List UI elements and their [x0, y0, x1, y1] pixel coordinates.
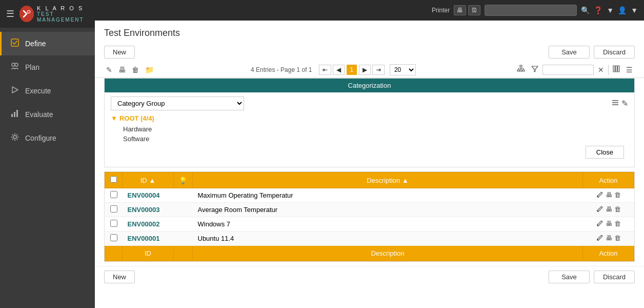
tree-root-label: ROOT (4/4) [119, 114, 154, 122]
hierarchy-icon[interactable] [515, 64, 527, 75]
sidebar-item-define[interactable]: Define [0, 32, 95, 55]
table-row: ENV00001 Ubuntu 11.4 🖶 🗑 [105, 232, 634, 246]
current-page-btn[interactable]: 1 [347, 65, 357, 75]
edit-grid-icon[interactable]: ✎ [104, 65, 114, 75]
row-checkbox-0[interactable] [110, 191, 117, 198]
print-icon[interactable]: 🖶 [454, 5, 466, 15]
row-delete-icon-2[interactable]: 🗑 [614, 220, 621, 228]
page-title: Test Environments [104, 28, 180, 38]
next-page-btn[interactable]: ▶ [359, 65, 371, 75]
edit-cat-icon[interactable]: ✎ [621, 99, 628, 109]
row-checkbox-2[interactable] [110, 220, 117, 227]
data-table: ID ▲ 💡 Description ▲ Action [105, 172, 634, 261]
row-delete-icon-1[interactable]: 🗑 [614, 205, 621, 214]
category-group-dropdown[interactable]: Category Group [111, 97, 244, 110]
row-desc-0: Maximum Operating Temperatur [193, 188, 583, 203]
discard-button-top[interactable]: Discard [594, 46, 635, 59]
discard-button-bottom[interactable]: Discard [594, 271, 635, 283]
sidebar-nav: Define Plan Execute [0, 28, 95, 308]
topbar-help-icon[interactable]: ❓ [594, 6, 602, 14]
main-content: Printer 🖶 🖻 🔍 ❓ ▼ 👤 ▼ Test Environments … [95, 0, 644, 308]
topbar-user-chevron-icon[interactable]: ▼ [631, 6, 638, 14]
footer-check-col [105, 246, 123, 261]
svg-rect-19 [613, 66, 615, 72]
categorization-panel: Categorization Category Group [104, 78, 635, 167]
topbar: Printer 🖶 🖻 🔍 ❓ ▼ 👤 ▼ [95, 0, 644, 21]
row-print-icon-2[interactable]: 🖶 [606, 220, 612, 228]
clear-search-icon[interactable]: ✕ [596, 65, 606, 75]
page-size-select[interactable]: 10 20 50 100 [390, 64, 416, 75]
row-delete-icon-0[interactable]: 🗑 [614, 191, 621, 200]
row-delete-icon-3[interactable]: 🗑 [614, 234, 621, 243]
grid-print-icon[interactable]: 🖻 [468, 5, 480, 15]
row-checkbox-1[interactable] [110, 205, 117, 213]
last-page-btn[interactable]: ⇥ [372, 65, 385, 75]
col-header-id[interactable]: ID ▲ [123, 172, 174, 188]
topbar-search-icon[interactable]: 🔍 [581, 6, 590, 14]
row-desc-1: Average Room Temperatur [193, 203, 583, 217]
svg-rect-21 [618, 66, 619, 72]
svg-rect-20 [616, 66, 617, 72]
svg-point-4 [15, 63, 18, 66]
row-desc-2: Windows 7 [193, 217, 583, 232]
svg-rect-7 [14, 112, 15, 117]
row-id-2: ENV00002 [128, 220, 160, 228]
printer-icons: 🖶 🖻 [454, 5, 480, 15]
sidebar-item-evaluate[interactable]: Evaluate [0, 103, 95, 126]
table-header-row: ID ▲ 💡 Description ▲ Action [105, 172, 634, 188]
columns-icon[interactable] [611, 64, 622, 75]
close-button[interactable]: Close [586, 146, 624, 159]
row-print-icon-0[interactable]: 🖶 [606, 191, 612, 200]
row-checkbox-3[interactable] [110, 234, 117, 241]
footer-light-col [174, 246, 193, 261]
footer-desc-col: Description [193, 246, 583, 261]
new-button-top[interactable]: New [104, 46, 135, 59]
table-row: ENV00003 Average Room Temperatur 🖶 🗑 [105, 203, 634, 217]
bottom-toolbar: New Save Discard [95, 266, 644, 287]
folder-grid-icon[interactable]: 📁 [143, 65, 156, 75]
topbar-chevron-icon[interactable]: ▼ [607, 6, 614, 14]
row-edit-icon-1[interactable] [596, 205, 603, 214]
row-print-icon-1[interactable]: 🖶 [606, 205, 612, 214]
col-header-description[interactable]: Description ▲ [193, 172, 583, 188]
topbar-user-icon[interactable]: 👤 [618, 6, 627, 14]
hamburger-icon[interactable]: ☰ [6, 8, 14, 20]
table-row: ENV00002 Windows 7 🖶 🗑 [105, 217, 634, 232]
topbar-search-input[interactable] [485, 5, 577, 16]
col-id-label: ID [140, 177, 147, 184]
select-all-checkbox[interactable] [110, 176, 117, 183]
row-print-icon-3[interactable]: 🖶 [606, 234, 612, 243]
pagination-text: 4 Entries - Page 1 of 1 [251, 66, 312, 73]
sidebar-item-execute[interactable]: Execute [0, 79, 95, 103]
print-grid-icon[interactable]: 🖶 [116, 65, 128, 75]
data-table-wrapper: ID ▲ 💡 Description ▲ Action [104, 171, 635, 262]
save-button-bottom[interactable]: Save [549, 271, 590, 283]
content-area: Test Environments New Save Discard ✎ 🖶 🗑… [95, 21, 644, 308]
row-edit-icon-0[interactable] [596, 191, 603, 200]
prev-page-btn[interactable]: ◀ [333, 65, 345, 75]
pagination-info: 4 Entries - Page 1 of 1 ⇤ ◀ 1 ▶ ⇥ 10 20 … [158, 64, 509, 75]
plan-icon [10, 62, 20, 73]
sidebar: ☰ K L A R O S TEST MANAGEMENT [0, 0, 95, 308]
list-view-icon[interactable] [611, 99, 619, 109]
row-edit-icon-2[interactable] [596, 220, 603, 228]
tree-child-software[interactable]: Software [123, 134, 628, 144]
save-button-top[interactable]: Save [549, 46, 590, 59]
divider [608, 65, 609, 75]
define-icon [10, 38, 20, 49]
sidebar-item-configure[interactable]: Configure [0, 126, 95, 150]
footer-id-col: ID [123, 246, 174, 261]
menu-icon[interactable]: ☰ [624, 65, 635, 75]
evaluate-icon [10, 109, 20, 120]
delete-grid-icon[interactable]: 🗑 [130, 65, 141, 75]
tree-child-hardware[interactable]: Hardware [123, 124, 628, 134]
row-edit-icon-3[interactable] [596, 234, 603, 243]
tree-root[interactable]: ▼ ROOT (4/4) [111, 114, 628, 122]
new-button-bottom[interactable]: New [104, 271, 135, 283]
grid-search-input[interactable] [542, 65, 594, 75]
filter-icon[interactable] [529, 64, 540, 75]
sidebar-logo: K L A R O S TEST MANAGEMENT [19, 5, 89, 23]
first-page-btn[interactable]: ⇤ [319, 65, 331, 75]
sidebar-item-plan[interactable]: Plan [0, 55, 95, 79]
sidebar-item-label-configure: Configure [25, 134, 56, 142]
